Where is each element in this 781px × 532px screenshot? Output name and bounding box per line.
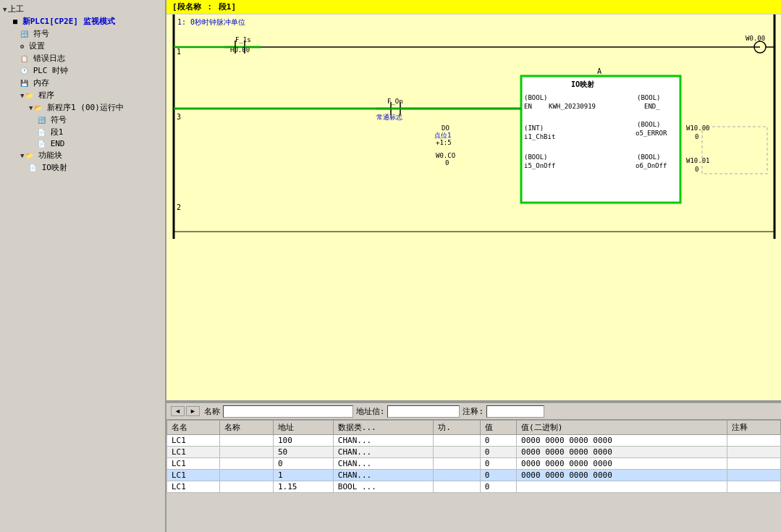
- svg-text:i5_OnOff: i5_OnOff: [524, 162, 555, 169]
- ladder-title: [段名称 ： 段1]: [166, 0, 781, 14]
- svg-text:i1_ChBit: i1_ChBit: [524, 133, 555, 140]
- comment-label: 注释:: [463, 406, 484, 417]
- table-row[interactable]: LC150CHAN...00000 0000 0000 0000: [167, 447, 781, 458]
- svg-text:0: 0: [695, 133, 698, 140]
- table-row[interactable]: LC11.15BOOL ...0: [167, 481, 781, 493]
- name-input[interactable]: [223, 405, 353, 418]
- ladder-diagram: 1: 0秒时钟脉冲单位 1 3 2 F_1s HU.00: [166, 14, 781, 239]
- sidebar-item-plctimer[interactable]: 🕐 PLC 时钟: [0, 64, 165, 77]
- addr-input[interactable]: [387, 405, 460, 418]
- nav-right-btn[interactable]: ►: [186, 406, 200, 416]
- main-area: ▼ 上工 ■ 新PLC1[CP2E] 监视模式 🔣 符号 ⚙ 设置 📋 错误日志…: [0, 0, 781, 532]
- svg-text:常通标志: 常通标志: [376, 114, 402, 121]
- bottom-nav: ◄ ►: [169, 405, 201, 418]
- svg-text:3: 3: [177, 113, 181, 121]
- ladder-content: 1: 0秒时钟脉冲单位 1 3 2 F_1s HU.00: [166, 14, 781, 399]
- svg-text:F_1s: F_1s: [235, 36, 251, 43]
- svg-text:1: 1: [177, 48, 181, 56]
- addr-label: 地址信:: [356, 406, 385, 417]
- sidebar-item-root[interactable]: ▼ 上工: [0, 3, 165, 15]
- col-comment: 注释: [727, 421, 781, 435]
- svg-text:A: A: [597, 67, 601, 75]
- sidebar-item-settings[interactable]: ⚙ 设置: [0, 40, 165, 52]
- sidebar: ▼ 上工 ■ 新PLC1[CP2E] 监视模式 🔣 符号 ⚙ 设置 📋 错误日志…: [0, 0, 166, 532]
- sidebar-item-program[interactable]: ▼ 📁 程序: [0, 89, 165, 101]
- sidebar-item-memory[interactable]: 💾 内存: [0, 77, 165, 89]
- col-val: 值: [480, 421, 516, 435]
- svg-text:0: 0: [445, 159, 449, 166]
- svg-text:o5_ERROR: o5_ERROR: [636, 130, 667, 137]
- sidebar-item-end[interactable]: 📄 END: [0, 138, 165, 149]
- col-plc: 名名: [167, 421, 220, 435]
- svg-text:(INT): (INT): [524, 124, 544, 132]
- svg-text:EN: EN: [524, 103, 532, 110]
- svg-text:点位1: 点位1: [434, 132, 451, 139]
- table-header: 名名 名称 地址 数据类... 功. 值 值(二进制) 注释: [167, 421, 781, 435]
- variable-table: 名名 名称 地址 数据类... 功. 值 值(二进制) 注释: [166, 420, 781, 493]
- svg-text:(BOOL): (BOOL): [637, 94, 661, 101]
- svg-text:W10.01: W10.01: [686, 157, 710, 164]
- svg-text:W0.00: W0.00: [746, 35, 765, 42]
- svg-text:0: 0: [695, 166, 698, 173]
- table-row[interactable]: LC1100CHAN...00000 0000 0000 0000: [167, 435, 781, 447]
- svg-text:DO: DO: [442, 124, 449, 132]
- sidebar-item-symbol[interactable]: 🔣 符号: [0, 28, 165, 40]
- app-container: ▼ 上工 ■ 新PLC1[CP2E] 监视模式 🔣 符号 ⚙ 设置 📋 错误日志…: [0, 0, 781, 532]
- table-row[interactable]: LC11CHAN...00000 0000 0000 0000: [167, 470, 781, 481]
- table-row[interactable]: LC10CHAN...00000 0000 0000 0000: [167, 458, 781, 470]
- col-dtype: 数据类...: [333, 421, 434, 435]
- ladder-area: [段名称 ： 段1] 1: 0秒时钟脉冲单位 1 3 2: [166, 0, 781, 402]
- bottom-panel: ◄ ► 名称 地址信: 注释: 名名: [166, 402, 781, 532]
- right-content: [段名称 ： 段1] 1: 0秒时钟脉冲单位 1 3 2: [166, 0, 781, 532]
- svg-text:1: 0秒时钟脉冲单位: 1: 0秒时钟脉冲单位: [177, 18, 245, 26]
- sidebar-item-symbol2[interactable]: 🔣 符号: [0, 114, 165, 126]
- svg-text:IO映射: IO映射: [571, 80, 595, 88]
- col-func: 功.: [434, 421, 480, 435]
- svg-text:W0.CO: W0.CO: [436, 152, 455, 159]
- comment-input[interactable]: [486, 405, 544, 418]
- sidebar-item-iomapping[interactable]: 📄 IO映射: [0, 161, 165, 174]
- name-label: 名称: [204, 406, 220, 417]
- svg-text:(BOOL): (BOOL): [524, 94, 548, 101]
- nav-left-btn[interactable]: ◄: [171, 406, 185, 416]
- table-scroll: 名名 名称 地址 数据类... 功. 值 值(二进制) 注释: [166, 420, 781, 532]
- svg-text:(BOOL): (BOOL): [524, 153, 548, 161]
- svg-text:(BOOL): (BOOL): [637, 121, 661, 128]
- svg-text:W10.00: W10.00: [686, 124, 710, 132]
- svg-text:KWH_20230919: KWH_20230919: [549, 103, 596, 110]
- table-body: LC1100CHAN...00000 0000 0000 0000LC150CH…: [167, 435, 781, 493]
- sidebar-item-plc1[interactable]: ■ 新PLC1[CP2E] 监视模式: [0, 15, 165, 28]
- svg-text:+1:5: +1:5: [436, 139, 452, 146]
- svg-rect-50: [702, 127, 767, 174]
- svg-text:(BOOL): (BOOL): [637, 153, 661, 161]
- svg-text:2: 2: [177, 203, 181, 211]
- svg-text:END_: END_: [644, 103, 660, 110]
- sidebar-item-prog1[interactable]: ▼ 📂 新程序1 (00)运行中: [0, 101, 165, 114]
- col-name: 名称: [220, 421, 273, 435]
- svg-text:o6_OnOff: o6_OnOff: [636, 162, 667, 169]
- bottom-toolbar: ◄ ► 名称 地址信: 注释:: [166, 403, 781, 420]
- col-addr: 地址: [273, 421, 333, 435]
- sidebar-item-funcblock[interactable]: ▼ 📁 功能块: [0, 149, 165, 161]
- sidebar-item-errlog[interactable]: 📋 错误日志: [0, 52, 165, 64]
- col-binary: 值(二进制): [517, 421, 727, 435]
- sidebar-item-section1[interactable]: 📄 段1: [0, 126, 165, 138]
